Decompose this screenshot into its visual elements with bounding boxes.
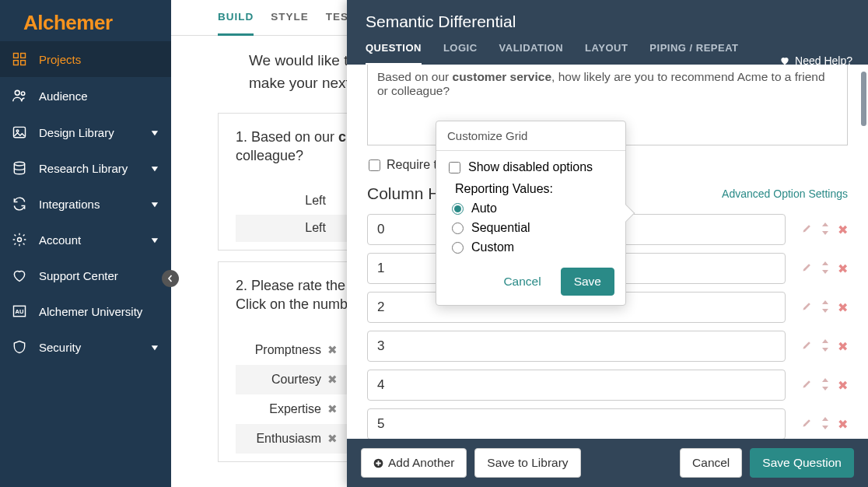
reporting-value-radio-custom[interactable]: Custom	[452, 240, 613, 254]
drag-handle-icon[interactable]	[821, 261, 830, 276]
row-left-label: Left	[239, 194, 332, 208]
shield-icon	[11, 339, 28, 355]
tab-build[interactable]: BUILD	[218, 11, 254, 36]
sync-icon	[11, 196, 28, 212]
radio-input[interactable]	[452, 203, 464, 215]
column-option-input[interactable]	[367, 370, 786, 401]
svg-rect-6	[14, 127, 26, 137]
drag-handle-icon[interactable]	[821, 300, 830, 315]
chevron-down-icon: ▼	[149, 164, 160, 173]
plus-icon	[373, 458, 383, 468]
brand-logo: Alchemer	[0, 0, 171, 41]
clear-icon[interactable]: ✖	[327, 402, 338, 416]
column-option-row: ✖	[367, 408, 848, 439]
sidebar-item-label: Research Library	[39, 162, 140, 175]
sidebar-item-support-center[interactable]: Support Center	[0, 258, 171, 293]
add-another-button[interactable]: Add Another	[361, 448, 467, 478]
edit-icon[interactable]	[801, 378, 813, 393]
column-option-row: ✖	[367, 331, 848, 362]
edit-icon[interactable]	[801, 222, 813, 237]
delete-icon[interactable]: ✖	[838, 300, 848, 315]
drag-handle-icon[interactable]	[821, 339, 830, 354]
rating-label: Expertise	[236, 402, 321, 416]
reporting-value-radio-sequential[interactable]: Sequential	[452, 221, 613, 235]
panel-tab-logic[interactable]: LOGIC	[443, 42, 478, 65]
radio-input[interactable]	[452, 242, 464, 254]
drag-handle-icon[interactable]	[821, 222, 830, 237]
chevron-down-icon: ▼	[149, 236, 160, 244]
sidebar-item-account[interactable]: Account▼	[0, 222, 171, 258]
sidebar-item-label: Projects	[39, 53, 159, 66]
sidebar-item-alchemer-university[interactable]: AUAlchemer University	[0, 293, 171, 329]
save-to-library-button[interactable]: Save to Library	[474, 448, 580, 478]
svg-point-5	[21, 92, 24, 95]
column-option-row: ✖	[367, 370, 848, 401]
svg-point-9	[18, 238, 22, 242]
delete-icon[interactable]: ✖	[838, 417, 848, 432]
delete-icon[interactable]: ✖	[838, 339, 848, 354]
sidebar: Alchemer ProjectsAudienceDesign Library▼…	[0, 0, 171, 487]
drag-handle-icon[interactable]	[821, 417, 830, 432]
edit-icon[interactable]	[801, 300, 813, 315]
rating-label: Enthusiasm	[236, 432, 321, 446]
svg-text:AU: AU	[16, 308, 24, 315]
popover-cancel-button[interactable]: Cancel	[492, 268, 552, 296]
drag-handle-icon[interactable]	[821, 378, 830, 393]
save-question-button[interactable]: Save Question	[750, 448, 854, 478]
panel-tab-piping-repeat[interactable]: PIPING / REPEAT	[649, 42, 738, 65]
image-icon	[11, 124, 28, 140]
panel-header: Semantic Differential QUESTIONLOGICVALID…	[347, 0, 868, 65]
clear-icon[interactable]: ✖	[327, 343, 338, 357]
reporting-values-label: Reporting Values:	[455, 182, 613, 196]
clear-icon[interactable]: ✖	[327, 373, 338, 387]
sidebar-item-audience[interactable]: Audience	[0, 77, 171, 114]
sidebar-collapse-handle[interactable]	[162, 270, 179, 287]
column-option-input[interactable]	[367, 408, 786, 439]
sidebar-item-projects[interactable]: Projects	[0, 41, 171, 77]
chevron-down-icon: ▼	[149, 128, 160, 137]
sidebar-item-design-library[interactable]: Design Library▼	[0, 114, 171, 150]
popover-title: Customize Grid	[436, 121, 625, 151]
panel-tab-layout[interactable]: LAYOUT	[585, 42, 628, 65]
svg-point-4	[15, 90, 19, 95]
tab-style[interactable]: STYLE	[271, 11, 309, 35]
sidebar-item-label: Security	[39, 341, 140, 354]
radio-input[interactable]	[452, 222, 464, 234]
edit-icon[interactable]	[801, 261, 813, 276]
delete-icon[interactable]: ✖	[838, 222, 848, 237]
grid-icon	[11, 51, 28, 67]
clear-icon[interactable]: ✖	[327, 432, 338, 446]
row-left-label: Left	[239, 221, 332, 235]
show-disabled-checkbox[interactable]	[449, 162, 460, 173]
svg-point-8	[14, 162, 24, 166]
show-disabled-row[interactable]: Show disabled options	[449, 160, 613, 174]
panel-title: Semantic Differential	[366, 12, 849, 31]
edit-icon[interactable]	[801, 339, 813, 354]
delete-icon[interactable]: ✖	[838, 261, 848, 276]
cancel-button[interactable]: Cancel	[680, 448, 742, 478]
gear-icon	[11, 232, 28, 247]
database-icon	[11, 160, 28, 176]
svg-point-7	[16, 130, 19, 132]
svg-rect-3	[21, 61, 26, 65]
sidebar-item-research-library[interactable]: Research Library▼	[0, 150, 171, 186]
chevron-down-icon: ▼	[149, 200, 160, 208]
sidebar-item-label: Integrations	[39, 198, 140, 211]
rating-label: Promptness	[236, 343, 321, 357]
popover-save-button[interactable]: Save	[561, 268, 614, 296]
au-icon: AU	[11, 303, 28, 319]
sidebar-item-label: Support Center	[39, 269, 159, 282]
require-checkbox[interactable]	[369, 159, 380, 171]
column-option-input[interactable]	[367, 331, 786, 362]
sidebar-item-integrations[interactable]: Integrations▼	[0, 186, 171, 222]
panel-tab-validation[interactable]: VALIDATION	[499, 42, 564, 65]
sidebar-item-security[interactable]: Security▼	[0, 329, 171, 365]
panel-tab-question[interactable]: QUESTION	[366, 42, 422, 65]
panel-tabs: QUESTIONLOGICVALIDATIONLAYOUTPIPING / RE…	[366, 42, 849, 65]
reporting-value-radio-auto[interactable]: Auto	[452, 201, 613, 215]
delete-icon[interactable]: ✖	[838, 378, 848, 393]
svg-rect-2	[14, 61, 19, 65]
panel-footer: Add Another Save to Library Cancel Save …	[347, 439, 868, 487]
edit-icon[interactable]	[801, 417, 813, 432]
advanced-option-settings-link[interactable]: Advanced Option Settings	[722, 187, 848, 200]
